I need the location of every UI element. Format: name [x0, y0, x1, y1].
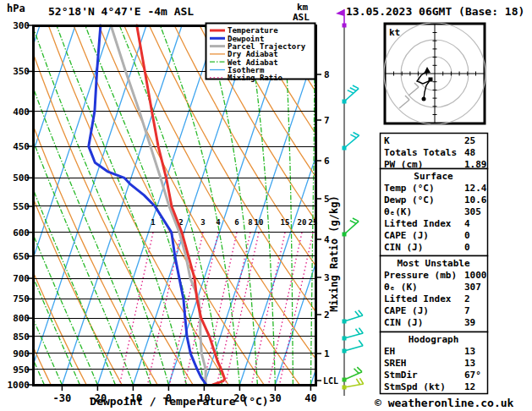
- mixing-ratio-label: 8: [248, 218, 252, 227]
- asl-axis-label: ASL: [293, 12, 310, 23]
- km-tick-label: 1: [324, 348, 330, 359]
- temp-tick-label: 30: [269, 392, 281, 404]
- mixing-ratio-label: 6: [234, 218, 239, 227]
- mixing-ratio-line: [225, 233, 259, 385]
- wind-barb-feather: [353, 85, 359, 89]
- wind-barb-feather: [354, 132, 359, 135]
- panel-title: Surface: [414, 171, 453, 182]
- panel-row-value: 7: [464, 305, 470, 316]
- panel-row-label: Dewp (°C): [384, 195, 435, 206]
- lcl-label: LCL: [323, 376, 338, 386]
- pressure-tick-label: 950: [13, 364, 30, 375]
- wind-barb-feather: [348, 90, 354, 94]
- panel-row-label: K: [384, 135, 390, 146]
- pressure-tick-label: 550: [13, 201, 30, 212]
- pressure-tick-label: 900: [13, 348, 30, 359]
- panel-row-value: 4: [464, 218, 470, 229]
- pressure-tick-label: 800: [13, 313, 30, 324]
- wind-barb: [344, 384, 364, 387]
- wind-barb-feather: [353, 218, 359, 222]
- station-title: 52°18'N 4°47'E -4m ASL: [48, 5, 194, 18]
- km-tick-label: 6: [324, 156, 330, 167]
- mixing-ratio-line: [268, 233, 302, 385]
- temp-tick-label: -30: [53, 392, 72, 404]
- mixing-ratio-label: 3: [200, 218, 205, 227]
- pressure-tick-label: 850: [13, 332, 30, 342]
- wind-barb-feather: [356, 379, 359, 385]
- panel-row-label: CAPE (J): [384, 305, 429, 316]
- mixing-ratio-label: 20: [298, 218, 307, 227]
- pressure-tick-label: 350: [13, 66, 30, 77]
- panel-row-label: Lifted Index: [384, 293, 452, 304]
- panel-title: Most Unstable: [397, 258, 469, 269]
- panel-row-value: 10.6: [464, 195, 487, 206]
- mixing-ratio-line: [217, 233, 250, 385]
- pressure-tick-label: 450: [13, 141, 30, 152]
- panel-row-label: StmDir: [384, 370, 418, 381]
- pressure-tick-label: 650: [13, 251, 30, 262]
- panel-row-value: 0: [464, 230, 470, 241]
- panel-row-value: 48: [464, 147, 475, 158]
- mixing-ratio-label: 1: [151, 218, 155, 227]
- wind-barb-feather: [359, 378, 363, 384]
- km-tick-label: 7: [324, 115, 330, 126]
- panel-row-label: EH: [384, 346, 395, 357]
- pressure-tick-label: 750: [13, 293, 30, 304]
- wind-barb: [344, 333, 363, 338]
- wind-barb-feather: [350, 134, 356, 138]
- wind-barb-feather: [359, 328, 363, 333]
- pressure-tick-label: 400: [13, 107, 30, 118]
- mixing-ratio-label: 4: [216, 218, 221, 227]
- legend-label: Mixing Ratio: [228, 74, 282, 82]
- panel-title: Hodograph: [409, 334, 459, 345]
- pressure-tick-label: 500: [13, 173, 30, 184]
- wind-barb: [344, 315, 363, 321]
- panel-row-value: 0: [464, 242, 470, 253]
- wind-barb: [344, 135, 359, 148]
- temp-tick-label: 40: [304, 392, 316, 404]
- pressure-unit-label: hPa: [7, 3, 25, 14]
- panel-row-value: 39: [464, 317, 475, 328]
- x-axis-title: Dewpoint / Temperature (°C): [90, 395, 268, 408]
- legend: TemperatureDewpointParcel TrajectoryDry …: [206, 24, 315, 83]
- mixing-ratio-label: 15: [281, 218, 290, 227]
- mixing-ratio-line: [203, 233, 237, 385]
- panel-row-value: 25: [464, 135, 475, 146]
- hodograph-dot-marker: [422, 97, 426, 101]
- isotherm-line: [0, 25, 75, 385]
- wind-barb: [344, 222, 359, 234]
- wind-barb-feather: [354, 369, 359, 374]
- wet-adiabat-line: [0, 25, 8, 385]
- wind-barb: [344, 89, 359, 101]
- panel-row-value: 307: [464, 282, 481, 293]
- skewt-scene: 12346810152025 3003504004505005506006507…: [0, 0, 532, 411]
- wind-barb-feather: [355, 329, 359, 334]
- sounding-app: 12346810152025 3003504004505005506006507…: [0, 0, 532, 411]
- panel-row-label: Temp (°C): [384, 183, 435, 194]
- indices-panel: K25Totals Totals48PW (cm)1.89SurfaceTemp…: [381, 134, 488, 394]
- pressure-tick-label: 300: [13, 20, 30, 31]
- wind-barb-flag: [336, 9, 344, 16]
- hodograph-square-marker: [429, 78, 433, 82]
- panel-row-value: 12: [464, 381, 475, 392]
- panel-row-label: CAPE (J): [384, 230, 429, 241]
- panel-row-label: Lifted Index: [384, 218, 452, 229]
- panel-row-value: 67°: [464, 370, 481, 381]
- panel-row-label: CIN (J): [384, 242, 423, 253]
- panel-row-value: 2: [464, 293, 470, 304]
- panel-row-label: θₑ (K): [384, 282, 418, 293]
- panel-row-value: 13: [464, 346, 475, 357]
- wind-barb-feather: [350, 221, 356, 224]
- mixing-axis-label: Mixing Ratio (g/kg): [328, 195, 340, 311]
- mixing-ratio-line: [279, 233, 313, 385]
- wind-barb-feather: [355, 311, 359, 316]
- panel-row-value: 13: [464, 358, 475, 369]
- panel-row-label: StmSpd (kt): [384, 381, 446, 392]
- panel-row-value: 305: [464, 206, 481, 217]
- mixing-ratio-label: 10: [255, 218, 264, 227]
- panel-row-label: θₑ(K): [384, 206, 412, 217]
- wind-barb-feather: [357, 367, 362, 372]
- pressure-tick-label: 600: [13, 227, 30, 238]
- panel-row-label: Totals Totals: [384, 147, 457, 158]
- wind-barb-feather: [359, 340, 363, 345]
